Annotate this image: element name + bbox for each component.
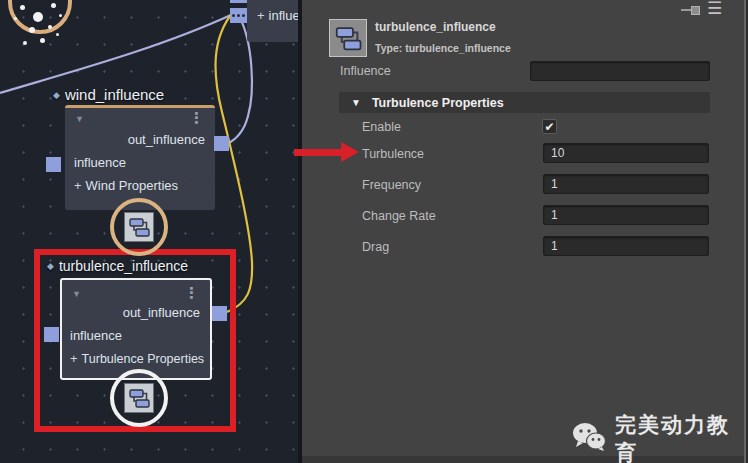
arrow-tail xyxy=(294,149,342,156)
turbulence-in-port-label: influence xyxy=(70,328,122,343)
particle-dot xyxy=(33,12,43,22)
clipped-node[interactable]: +influe xyxy=(247,0,298,42)
annotation-red-arrow xyxy=(294,142,360,162)
turbulence-node-title: ◆turbulence_influence xyxy=(47,258,188,274)
wechat-icon xyxy=(572,422,606,456)
section-collapse-icon[interactable]: ▼ xyxy=(351,97,361,108)
particle-dot xyxy=(51,3,56,8)
diamond-icon: ◆ xyxy=(47,261,54,271)
wind-node-title: ◆wind_influence xyxy=(53,86,164,103)
arrow-head-icon xyxy=(341,142,359,162)
node-menu-icon[interactable]: ⋮ xyxy=(184,285,199,300)
node-menu-icon[interactable]: ⋮ xyxy=(189,110,204,125)
turbulence-node-badge[interactable] xyxy=(110,369,168,427)
port-dots-icon xyxy=(230,8,247,23)
enable-checkbox[interactable]: ✔ xyxy=(542,119,557,134)
clipped-input-port[interactable] xyxy=(230,0,247,3)
enable-label: Enable xyxy=(362,120,401,134)
collapse-triangle-icon[interactable]: ▼ xyxy=(75,114,84,124)
turbulence-section-label[interactable]: +Turbulence Properties xyxy=(70,351,204,366)
particle-dot xyxy=(48,25,52,29)
particle-dot xyxy=(40,38,45,43)
particle-dot xyxy=(29,27,35,33)
wind-in-port-label: influence xyxy=(74,155,126,170)
turbulence-in-port[interactable] xyxy=(44,327,59,342)
frequency-label: Frequency xyxy=(362,178,421,192)
watermark: 完美动力教育 xyxy=(572,411,748,463)
particle-dot xyxy=(14,17,17,20)
particle-dot xyxy=(59,14,62,17)
scrollbar[interactable] xyxy=(744,0,746,463)
wind-section-label[interactable]: +Wind Properties xyxy=(74,178,178,193)
diamond-icon: ◆ xyxy=(53,90,60,100)
wind-out-port-label: out_influence xyxy=(128,132,205,147)
particle-dot xyxy=(20,5,25,10)
section-title: Turbulence Properties xyxy=(372,96,504,110)
panel-node-name: turbulence_influence xyxy=(375,20,496,34)
influence-label: Influence xyxy=(340,64,391,78)
change-rate-input[interactable] xyxy=(543,205,709,225)
application-window: +influe ◆wind_influence ▼ ⋮ out_influenc… xyxy=(0,0,748,463)
drag-input[interactable] xyxy=(543,236,709,256)
wind-in-port[interactable] xyxy=(46,157,61,172)
node-graph-canvas[interactable]: +influe ◆wind_influence ▼ ⋮ out_influenc… xyxy=(0,0,298,463)
panel-node-type: Type: turbulence_influence xyxy=(375,42,511,54)
influence-input[interactable] xyxy=(530,61,710,81)
wind-node-badge[interactable] xyxy=(110,198,168,256)
node-glyph-icon xyxy=(124,212,154,242)
plus-icon: + xyxy=(257,8,265,23)
clipped-node-port-label: +influe xyxy=(257,8,298,23)
pin-icon[interactable] xyxy=(681,4,703,16)
wind-out-port[interactable] xyxy=(214,136,229,151)
frequency-input[interactable] xyxy=(543,174,709,194)
drag-label: Drag xyxy=(362,240,389,254)
turbulence-label: Turbulence xyxy=(362,147,424,161)
collapse-triangle-icon[interactable]: ▼ xyxy=(72,289,81,299)
watermark-text: 完美动力教育 xyxy=(615,411,748,463)
multi-input-port[interactable] xyxy=(230,8,247,23)
plus-icon: + xyxy=(74,178,82,193)
wind-node[interactable]: ▼ ⋮ out_influence influence +Wind Proper… xyxy=(65,105,215,210)
turbulence-input[interactable] xyxy=(543,143,709,163)
turbulence-node[interactable]: ▼ ⋮ out_influence influence +Turbulence … xyxy=(60,278,212,380)
plus-icon: + xyxy=(70,351,78,366)
turbulence-out-port-label: out_influence xyxy=(123,305,200,320)
particle-dot xyxy=(23,41,27,45)
properties-panel: ☰ turbulence_influence Type: turbulence_… xyxy=(302,0,748,463)
turbulence-out-port[interactable] xyxy=(212,306,227,321)
wind-node-accent-bar xyxy=(65,105,215,108)
section-header-turbulence-properties[interactable]: ▼ Turbulence Properties xyxy=(339,92,710,113)
node-glyph-icon xyxy=(124,383,154,413)
node-type-icon xyxy=(329,19,367,57)
menu-icon[interactable]: ☰ xyxy=(707,0,722,19)
particle-dot xyxy=(56,33,59,36)
change-rate-label: Change Rate xyxy=(362,209,436,223)
